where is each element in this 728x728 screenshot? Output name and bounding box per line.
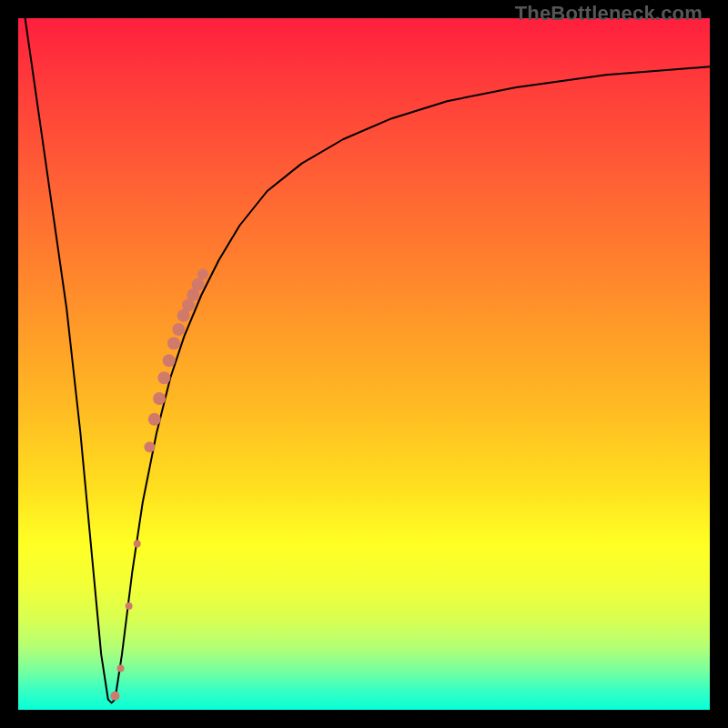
highlight-point [126,602,133,610]
bottleneck-curve [25,18,710,703]
highlight-point [134,541,141,548]
plot-area [18,18,710,710]
highlight-point [163,354,176,367]
highlight-point [197,268,208,279]
highlight-point [153,392,166,405]
highlight-point [172,323,185,336]
highlight-point [144,441,155,452]
highlight-point [157,371,170,384]
highlight-point [167,337,180,349]
highlight-point [148,413,161,426]
highlight-point [110,692,119,701]
chart-stage: TheBottleneck.com [0,0,728,728]
curve-layer [18,18,710,710]
highlight-point [192,278,205,291]
highlight-point [116,664,124,672]
